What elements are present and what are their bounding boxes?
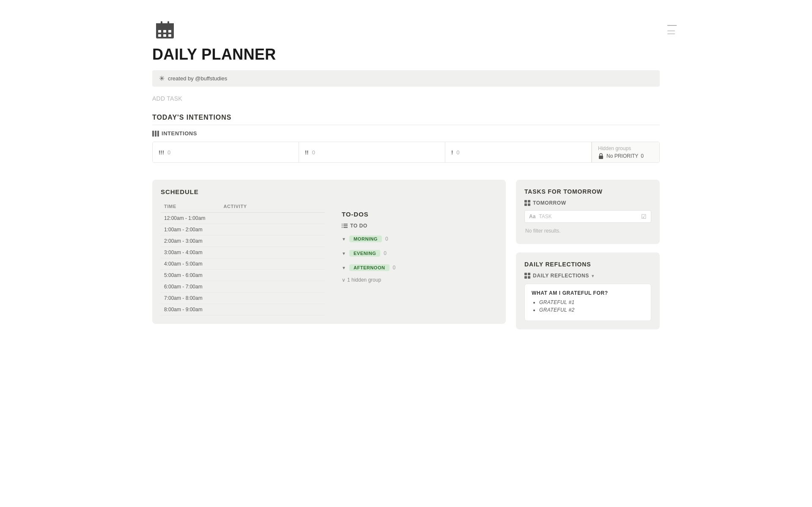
svg-rect-14 [599,156,603,159]
no-priority-label: No PRIORITY [606,153,638,159]
created-by-banner: ✳ created by @buffstudies [152,70,660,87]
todos-title: TO-DOS [342,211,489,218]
svg-rect-15 [342,224,343,225]
window-controls [667,30,675,34]
todo-group-afternoon: ▼ AFTERNOON 0 [342,263,489,273]
schedule-time-cell: 2:00am - 3:00am [161,236,220,247]
svg-rect-12 [155,131,156,137]
todo-label: TO DO [342,223,489,229]
chevron-reflections[interactable]: ▾ [592,274,594,278]
svg-rect-18 [343,225,348,226]
schedule-table: TIME ACTIVITY 12:00am - 1:00am1:00am - 2… [161,202,325,315]
svg-rect-23 [524,203,527,206]
svg-rect-5 [168,30,171,33]
schedule-row: 5:00am - 6:00am [161,270,325,281]
schedule-row: 12:00am - 1:00am [161,213,325,224]
schedule-activity-cell[interactable] [220,293,325,304]
daily-reflections-title: DAILY REFLECTIONS [524,261,651,268]
schedule-row: 6:00am - 7:00am [161,281,325,293]
gratitude-list: GRATEFUL #1 GRATEFUL #2 [532,299,644,313]
svg-rect-17 [342,225,343,226]
col-header-activity: ACTIVITY [220,202,325,213]
morning-badge: MORNING [349,236,382,242]
col-header-time: TIME [161,202,220,213]
todo-group-morning: ▼ MORNING 0 [342,234,489,244]
schedule-activity-cell[interactable] [220,224,325,236]
schedule-activity-cell[interactable] [220,247,325,258]
calendar-icon [152,17,178,42]
task-search-label: TASK [539,214,638,219]
svg-rect-9 [161,21,162,25]
chevron-hidden: ∨ [342,277,346,283]
schedule-section: SCHEDULE TIME ACTIVITY 12: [152,180,506,324]
tomorrow-label: TOMORROW [524,200,651,206]
todays-intentions-title: TODAY'S INTENTIONS [152,114,660,125]
page-title: DAILY PLANNER [152,46,660,63]
table-icon [152,131,159,137]
intention-cell-2: !! 0 [299,142,445,162]
priority-icon-low: ! [451,149,453,156]
svg-rect-26 [528,273,530,275]
svg-rect-7 [163,34,166,37]
morning-count: 0 [385,236,388,242]
tasks-tomorrow-section: TASKS FOR TOMORROW TOMORROW Aa TASK ☑ N [516,180,660,244]
hidden-group-link[interactable]: ∨ 1 hidden group [342,277,489,283]
chevron-morning: ▼ [342,237,346,241]
svg-rect-19 [342,227,343,228]
schedule-activity-cell[interactable] [220,213,325,224]
hidden-groups-label: Hidden groups [598,145,631,151]
todays-intentions-section: TODAY'S INTENTIONS INTENTIONS !!! 0 !! 0 [152,114,660,163]
schedule-row: 1:00am - 2:00am [161,224,325,236]
spinner-icon: ✳ [159,74,165,82]
todo-group-evening-header[interactable]: ▼ EVENING 0 [342,248,489,258]
schedule-time-cell: 8:00am - 9:00am [161,304,220,315]
schedule-activity-cell[interactable] [220,270,325,281]
schedule-activity-cell[interactable] [220,236,325,247]
schedule-row: 8:00am - 9:00am [161,304,325,315]
schedule-time-cell: 5:00am - 6:00am [161,270,220,281]
svg-rect-24 [528,203,530,206]
aa-label: Aa [529,214,535,219]
hidden-group-text: 1 hidden group [347,277,381,283]
no-filter-results: No filter results. [524,226,651,236]
grid-icon-reflections [524,273,530,279]
priority-icon-high: !!! [159,149,164,156]
schedule-row: 3:00am - 4:00am [161,247,325,258]
main-content: SCHEDULE TIME ACTIVITY 12: [152,180,660,329]
intention-cell-1: !!! 0 [153,142,299,162]
schedule-time-cell: 6:00am - 7:00am [161,281,220,293]
left-col: SCHEDULE TIME ACTIVITY 12: [152,180,506,329]
schedule-row: 2:00am - 3:00am [161,236,325,247]
intention-cell-3: ! 0 [445,142,592,162]
svg-rect-4 [163,30,166,33]
svg-rect-2 [156,23,174,27]
schedule-activity-cell[interactable] [220,258,325,270]
tomorrow-label-text: TOMORROW [533,200,566,206]
no-priority-row: No PRIORITY 0 [598,153,644,159]
svg-rect-28 [528,276,530,279]
intentions-label: INTENTIONS [152,130,660,137]
gratitude-item-1: GRATEFUL #1 [539,299,644,305]
priority-icon-medium: !! [305,149,309,156]
daily-reflections-section: DAILY REFLECTIONS DAILY REFLECTIONS ▾ WH… [516,252,660,329]
evening-badge: EVENING [349,250,380,257]
add-task-button[interactable]: ADD TASK [152,93,182,104]
reflections-label: DAILY REFLECTIONS ▾ [524,273,651,279]
afternoon-badge: AFTERNOON [349,264,390,271]
intention-count-1: 0 [167,149,170,156]
minimize-button[interactable]: — [667,20,677,30]
lock-icon [598,153,604,159]
grid-icon-tomorrow [524,200,530,206]
schedule-activity-cell[interactable] [220,281,325,293]
dot-line-2 [667,33,675,34]
schedule-time-cell: 3:00am - 4:00am [161,247,220,258]
todo-group-afternoon-header[interactable]: ▼ AFTERNOON 0 [342,263,489,273]
intention-count-3: 0 [456,149,459,156]
intentions-label-text: INTENTIONS [162,130,197,137]
intentions-grid: !!! 0 !! 0 ! 0 Hidden groups [152,142,660,163]
schedule-activity-cell[interactable] [220,304,325,315]
svg-rect-6 [158,34,161,37]
todos-section: TO-DOS TO DO [333,202,497,315]
svg-rect-16 [343,224,348,225]
todo-group-morning-header[interactable]: ▼ MORNING 0 [342,234,489,244]
